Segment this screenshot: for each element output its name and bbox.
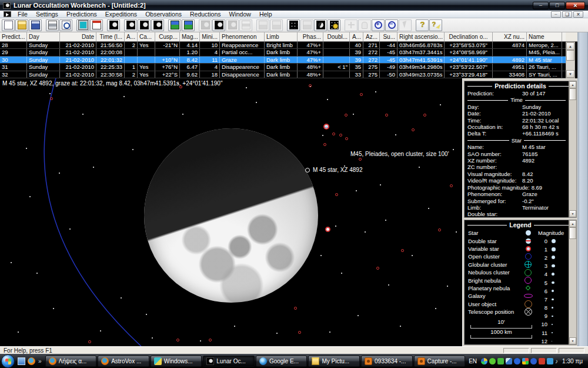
- mdi-close-button[interactable]: [573, 11, 583, 18]
- taskbar-button-windows-[interactable]: Windows...: [151, 356, 202, 367]
- column-header[interactable]: Mag...: [180, 32, 200, 41]
- column-header[interactable]: XZ nu...: [493, 32, 527, 41]
- menu-window[interactable]: Window: [225, 11, 255, 18]
- scroll-thumb[interactable]: [569, 88, 576, 100]
- column-header[interactable]: Day: [27, 32, 60, 41]
- taskbar-button--[interactable]: Λήψεις α...: [45, 356, 97, 367]
- column-header[interactable]: A...: [125, 32, 138, 41]
- column-header[interactable]: A...: [350, 32, 363, 41]
- prediction-row-28[interactable]: 28Sunday21-02-201021:56:502Yes-21°N4.141…: [0, 42, 566, 49]
- prediction-button[interactable]: [107, 19, 120, 31]
- taskbar-button-0933634-[interactable]: 0933634 -...: [361, 356, 413, 367]
- moon-phase-button-2[interactable]: [138, 19, 151, 31]
- print-button[interactable]: [46, 19, 59, 31]
- taskbar-button-lunar-oc-[interactable]: Lunar Oc...: [203, 356, 255, 367]
- volume-icon[interactable]: ♪: [555, 358, 558, 364]
- help-button[interactable]: [416, 19, 429, 31]
- sky-view[interactable]: M 45 star, XZ 4892, graze at: 22:01:32, …: [0, 78, 462, 346]
- taskbar-button-google-e-[interactable]: Google E...: [256, 356, 308, 367]
- menu-observations[interactable]: Observations: [141, 11, 186, 18]
- show-desktop-icon[interactable]: [18, 357, 25, 365]
- context-help-button[interactable]: [429, 19, 442, 31]
- prediction-row-30[interactable]: 30Sunday21-02-201022:01:32+10°N8.4211Gra…: [0, 57, 566, 64]
- menu-reductions[interactable]: Reductions: [186, 11, 225, 18]
- prediction-row-32[interactable]: 32Sunday21-02-201022:30:582Yes+22°S9.621…: [0, 71, 566, 78]
- apps-icon[interactable]: [522, 358, 529, 364]
- date-settings-button[interactable]: [90, 19, 103, 31]
- taskbar-clock[interactable]: 1:30 πμ: [562, 358, 583, 364]
- scroll-down-icon[interactable]: ▼: [566, 70, 574, 78]
- table-scrollbar[interactable]: ▲ ▼: [566, 42, 575, 78]
- browser-icon[interactable]: [530, 358, 537, 364]
- expedition-map-button-2[interactable]: [182, 19, 195, 31]
- column-header[interactable]: Az...: [363, 32, 380, 41]
- legend-scrollbar[interactable]: ▲ ▼: [569, 220, 576, 344]
- network-icon[interactable]: [547, 358, 553, 364]
- maximize-button[interactable]: [549, 2, 565, 9]
- language-indicator[interactable]: EN: [469, 358, 477, 364]
- column-header[interactable]: Time (l...: [96, 32, 125, 41]
- start-button[interactable]: [1, 354, 15, 368]
- minimize-button[interactable]: [533, 2, 549, 9]
- security-icon[interactable]: [539, 358, 545, 364]
- save-button[interactable]: [29, 19, 42, 31]
- column-header[interactable]: Name: [527, 32, 562, 41]
- mdi-restore-button[interactable]: [562, 11, 572, 18]
- column-header[interactable]: Cusp...: [155, 32, 180, 41]
- scroll-up-icon[interactable]: ▲: [569, 81, 576, 88]
- scroll-down-icon[interactable]: ▼: [569, 337, 576, 344]
- expedition-map-button-1[interactable]: [168, 19, 181, 31]
- computer-icon[interactable]: [506, 358, 512, 364]
- antivirus-icon[interactable]: [489, 358, 496, 364]
- menu-predictions[interactable]: Predictions: [62, 11, 101, 18]
- title-bar[interactable]: Lunar Occultation Workbench - [Untitled:…: [0, 0, 588, 11]
- table-header[interactable]: Predict...DayDateTime (l...A...Ca...Cusp…: [0, 32, 577, 42]
- column-header[interactable]: Declination o...: [445, 32, 493, 41]
- user-icon[interactable]: [497, 358, 504, 364]
- sky-settings-button[interactable]: [328, 19, 340, 31]
- app-icon[interactable]: [3, 2, 11, 9]
- sky-view-button[interactable]: [287, 19, 300, 31]
- column-header[interactable]: Su...: [380, 32, 397, 41]
- column-header[interactable]: Predict...: [0, 32, 27, 41]
- scroll-up-icon[interactable]: ▲: [566, 42, 574, 50]
- taskbar-button-my-pictu-[interactable]: My Pictu...: [308, 356, 360, 367]
- menu-settings[interactable]: Settings: [32, 11, 62, 18]
- column-header[interactable]: Phenomenon: [220, 32, 265, 41]
- prediction-row-31[interactable]: 31Sunday21-02-201022:25:331Yes+76°N6.474…: [0, 64, 566, 71]
- bluetooth-icon[interactable]: [514, 358, 520, 364]
- zoom-out-button[interactable]: [385, 19, 398, 31]
- moon-phase-button-1[interactable]: [124, 19, 137, 31]
- column-header[interactable]: Doubl...: [323, 32, 350, 41]
- mdi-minimize-button[interactable]: [551, 11, 561, 18]
- scroll-thumb[interactable]: [566, 50, 574, 61]
- prediction-row-29[interactable]: 29Sunday21-02-201022:00:081.204Partial o…: [0, 49, 566, 56]
- menu-file[interactable]: File: [14, 11, 32, 18]
- column-header[interactable]: Mini...: [200, 32, 220, 41]
- open-file-button[interactable]: [15, 19, 28, 31]
- mdi-system-icon[interactable]: [4, 11, 11, 17]
- menu-expeditions[interactable]: Expeditions: [101, 11, 141, 18]
- column-header[interactable]: Limb: [265, 32, 298, 41]
- details-scrollbar[interactable]: ▲ ▼: [569, 81, 576, 217]
- quicklaunch-overflow-chevron[interactable]: »: [38, 358, 42, 364]
- new-file-button[interactable]: [2, 19, 15, 31]
- taskbar-button-astrovox-[interactable]: AstroVox ...: [98, 356, 149, 367]
- moon-view-button[interactable]: [314, 19, 327, 31]
- observation-button-2[interactable]: [212, 19, 225, 31]
- column-header[interactable]: Ca...: [138, 32, 155, 41]
- firefox-quicklaunch-icon[interactable]: [28, 357, 35, 365]
- menu-help[interactable]: Help: [255, 11, 276, 18]
- taskbar-button-capture-[interactable]: Capture -...: [414, 356, 466, 367]
- zoom-in-button[interactable]: [372, 19, 385, 31]
- column-header[interactable]: Phas...: [298, 32, 323, 41]
- scroll-thumb[interactable]: [569, 227, 576, 239]
- shield-icon[interactable]: [481, 358, 487, 364]
- station-settings-button[interactable]: [76, 19, 89, 31]
- scroll-down-icon[interactable]: ▼: [569, 210, 576, 217]
- scroll-up-icon[interactable]: ▲: [569, 220, 576, 227]
- close-button[interactable]: [566, 2, 585, 9]
- column-header[interactable]: Date: [60, 32, 96, 41]
- moon-phase-button-3[interactable]: [151, 19, 164, 31]
- print-preview-button[interactable]: [59, 19, 72, 31]
